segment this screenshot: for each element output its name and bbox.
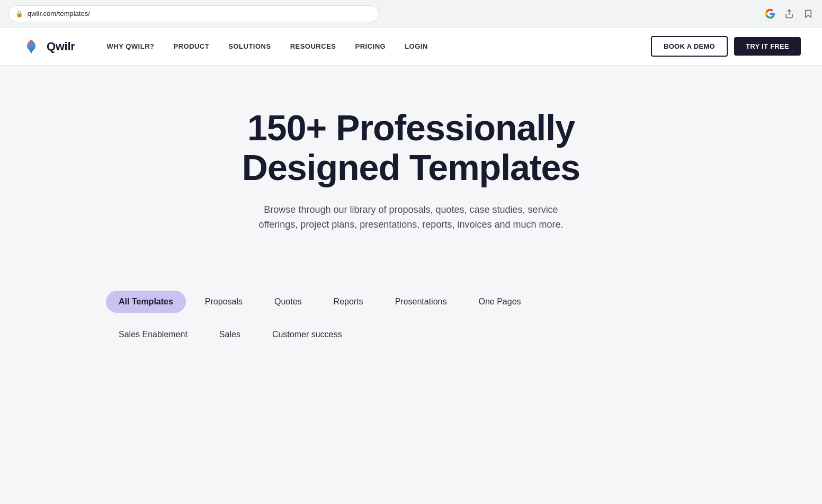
url-text: qwilr.com/templates/ [28, 10, 90, 17]
hero-section: 150+ Professionally Designed Templates B… [0, 66, 822, 264]
nav-login[interactable]: LOGIN [405, 42, 428, 50]
nav-resources[interactable]: RESOURCES [290, 42, 336, 50]
filter-all-templates[interactable]: All Templates [106, 291, 186, 313]
try-free-button[interactable]: TRY IT FREE [734, 37, 801, 56]
filter-sales[interactable]: Sales [207, 323, 253, 346]
hero-title: 150+ Professionally Designed Templates [199, 108, 623, 187]
hero-subtitle: Browse through our library of proposals,… [247, 202, 575, 233]
nav-product[interactable]: PRODUCT [174, 42, 210, 50]
bookmark-icon[interactable] [803, 8, 814, 19]
filter-proposals[interactable]: Proposals [192, 291, 255, 313]
nav-why-qwilr[interactable]: WHY QWILR? [107, 42, 155, 50]
nav-pricing[interactable]: PRICING [355, 42, 386, 50]
nav-actions: BOOK A DEMO TRY IT FREE [651, 36, 801, 57]
navbar: Qwilr WHY QWILR? PRODUCT SOLUTIONS RESOU… [0, 28, 822, 66]
browser-actions [765, 8, 814, 19]
filter-sales-enablement[interactable]: Sales Enablement [106, 323, 200, 346]
browser-chrome: 🔒 qwilr.com/templates/ [0, 0, 822, 28]
logo-link[interactable]: Qwilr [21, 37, 75, 57]
filter-presentations[interactable]: Presentations [382, 291, 460, 313]
filter-quotes[interactable]: Quotes [262, 291, 315, 313]
address-bar[interactable]: 🔒 qwilr.com/templates/ [8, 5, 379, 22]
filter-reports[interactable]: Reports [321, 291, 376, 313]
logo-text: Qwilr [47, 40, 75, 53]
filter-row-2: Sales Enablement Sales Customer success [106, 323, 716, 346]
share-icon[interactable] [784, 8, 794, 19]
filter-row-1: All Templates Proposals Quotes Reports P… [106, 291, 716, 313]
book-demo-button[interactable]: BOOK A DEMO [651, 36, 728, 57]
logo-icon [21, 37, 41, 57]
filter-section: All Templates Proposals Quotes Reports P… [0, 264, 822, 362]
nav-links: WHY QWILR? PRODUCT SOLUTIONS RESOURCES P… [107, 42, 651, 50]
filter-one-pages[interactable]: One Pages [466, 291, 533, 313]
lock-icon: 🔒 [15, 10, 23, 17]
nav-solutions[interactable]: SOLUTIONS [228, 42, 271, 50]
filter-customer-success[interactable]: Customer success [260, 323, 355, 346]
google-icon[interactable] [765, 8, 775, 19]
